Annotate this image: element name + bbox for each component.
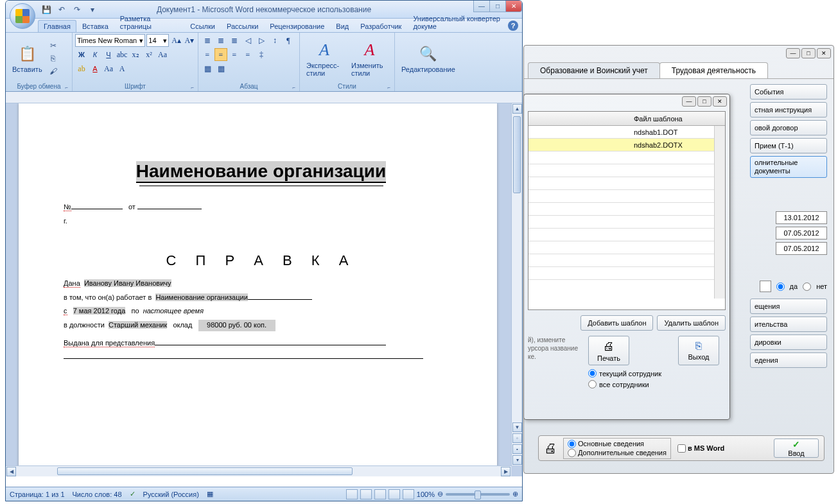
ruler[interactable] <box>6 92 522 103</box>
date-field[interactable]: 07.05.2012 <box>776 227 827 239</box>
minimize-button[interactable]: — <box>473 1 490 12</box>
redo-icon[interactable]: ↷ <box>71 3 83 16</box>
maximize-button[interactable]: □ <box>801 48 816 58</box>
vertical-scrollbar[interactable]: ▲ ▼ ◦ • ▾ <box>511 103 522 465</box>
zoom-slider[interactable] <box>446 493 510 496</box>
macro-icon[interactable]: ▦ <box>207 490 213 498</box>
exit-button[interactable]: ⎘Выход <box>678 336 719 365</box>
btn-contract[interactable]: овой договор <box>750 120 827 135</box>
close-button[interactable]: ✕ <box>713 96 727 107</box>
tab-layout[interactable]: Разметка страницы <box>114 12 184 32</box>
highlight-button[interactable]: ab <box>75 62 88 75</box>
paste-button[interactable]: 📋Вставить <box>8 42 46 74</box>
scroll-down-icon[interactable]: ▼ <box>512 422 522 432</box>
grid-row[interactable]: ndshab1.DOT <box>528 126 725 139</box>
font-name-select[interactable]: Times New Roman▾ <box>75 34 145 47</box>
office-button[interactable] <box>10 3 35 29</box>
page-status[interactable]: Страница: 1 из 1 <box>10 491 65 498</box>
borders-button[interactable]: ▦ <box>214 62 227 75</box>
copy-icon[interactable]: ⎘ <box>48 53 59 64</box>
scroll-thumb[interactable] <box>513 116 521 193</box>
tab-education[interactable]: Образование и Воинский учет <box>528 62 660 78</box>
quick-styles-button[interactable]: AЭкспресс-стили <box>302 39 346 78</box>
scroll-right-icon[interactable]: ▶ <box>501 467 511 476</box>
show-marks-button[interactable]: ¶ <box>282 34 295 47</box>
browse-icon[interactable]: • <box>512 444 522 454</box>
grid-row[interactable] <box>528 229 725 241</box>
undo-icon[interactable]: ↶ <box>56 3 67 16</box>
btn-more[interactable]: ещения <box>750 299 827 314</box>
minimize-button[interactable]: — <box>786 48 800 58</box>
btn-more[interactable]: ительства <box>750 317 827 332</box>
font-color-button[interactable]: A <box>89 62 101 75</box>
grid-row[interactable] <box>528 164 725 177</box>
btn-extra-docs[interactable]: олнительные документы <box>750 156 827 178</box>
tab-work[interactable]: Трудовая деятельность <box>659 62 768 78</box>
tab-developer[interactable]: Разработчик <box>354 20 407 32</box>
change-styles-button[interactable]: AИзменить стили <box>347 39 392 78</box>
view-outline-icon[interactable] <box>388 489 400 500</box>
zoom-in-icon[interactable]: ⊕ <box>512 490 518 498</box>
shrink-font-icon[interactable]: A▾ <box>184 34 195 47</box>
close-button[interactable]: ✕ <box>817 48 831 58</box>
spell-icon[interactable]: ✓ <box>130 490 135 498</box>
minimize-button[interactable]: — <box>682 96 696 107</box>
btn-more[interactable]: едения <box>750 352 827 368</box>
sort-button[interactable]: ↕ <box>268 34 281 47</box>
grid-row[interactable] <box>528 216 725 229</box>
find-button[interactable]: 🔍Редактирование <box>397 42 459 74</box>
clear-format-button[interactable]: Aa <box>102 62 115 75</box>
next-page-icon[interactable]: ▾ <box>512 455 522 465</box>
multilevel-button[interactable]: ≣ <box>228 34 241 47</box>
printer-icon[interactable]: 🖨 <box>544 441 557 456</box>
help-icon[interactable]: ? <box>508 21 518 31</box>
superscript-button[interactable]: x² <box>143 48 155 61</box>
radio-all[interactable] <box>588 380 597 388</box>
justify-button[interactable]: ≡ <box>241 48 254 61</box>
maximize-button[interactable]: □ <box>697 96 711 107</box>
view-draft-icon[interactable] <box>403 489 414 500</box>
grid-row[interactable] <box>528 152 725 164</box>
align-center-button[interactable]: ≡ <box>214 48 227 61</box>
qat-dropdown-icon[interactable]: ▾ <box>87 3 98 16</box>
grid-row[interactable] <box>528 267 725 280</box>
tab-view[interactable]: Вид <box>330 20 354 32</box>
zoom-out-icon[interactable]: ⊖ <box>437 490 443 498</box>
indent-right-button[interactable]: ▷ <box>255 34 268 47</box>
horizontal-scrollbar[interactable]: ◀ ▶ <box>6 465 511 476</box>
subscript-button[interactable]: x₂ <box>129 48 142 61</box>
language-status[interactable]: Русский (Россия) <box>143 491 199 498</box>
numbering-button[interactable]: ≣ <box>214 34 227 47</box>
grid-row[interactable]: ndshab2.DOTX <box>528 139 725 152</box>
date-field[interactable]: 13.01.2012 <box>776 211 827 224</box>
radio-yes[interactable] <box>776 282 785 291</box>
btn-events[interactable]: События <box>750 84 827 100</box>
close-button[interactable]: ✕ <box>505 1 522 12</box>
shading-button[interactable]: ▦ <box>201 62 214 75</box>
radio-basic[interactable] <box>568 440 576 448</box>
bold-button[interactable]: Ж <box>75 48 88 61</box>
maximize-button[interactable]: □ <box>489 1 506 12</box>
view-read-icon[interactable] <box>360 489 372 500</box>
format-painter-icon[interactable]: 🖌 <box>48 65 59 77</box>
grid-row[interactable] <box>528 177 725 190</box>
delete-template-button[interactable]: Удалить шаблон <box>657 315 726 331</box>
tab-references[interactable]: Ссылки <box>184 20 221 32</box>
text-effects-button[interactable]: A <box>116 62 128 75</box>
save-icon[interactable]: 💾 <box>40 3 52 16</box>
grid-row[interactable] <box>528 190 725 203</box>
indent-left-button[interactable]: ◁ <box>241 34 254 47</box>
grid-row[interactable] <box>528 203 725 216</box>
btn-t1[interactable]: Прием (Т-1) <box>750 138 827 153</box>
align-left-button[interactable]: ≡ <box>201 48 214 61</box>
document-page[interactable]: Наименование организации № от г. С П Р А… <box>19 103 497 476</box>
grid-row[interactable] <box>528 254 725 267</box>
font-size-select[interactable]: 14▾ <box>146 34 169 47</box>
msword-check[interactable]: в MS Word <box>677 444 724 453</box>
tab-converter[interactable]: Универсальный конвертер докуме <box>407 12 522 32</box>
line-spacing-button[interactable]: ‡ <box>255 48 268 61</box>
print-button[interactable]: 🖨Печать <box>588 336 629 365</box>
grow-font-icon[interactable]: A▴ <box>170 34 182 47</box>
checkbox[interactable] <box>760 281 771 292</box>
scroll-up-icon[interactable]: ▲ <box>512 104 522 114</box>
